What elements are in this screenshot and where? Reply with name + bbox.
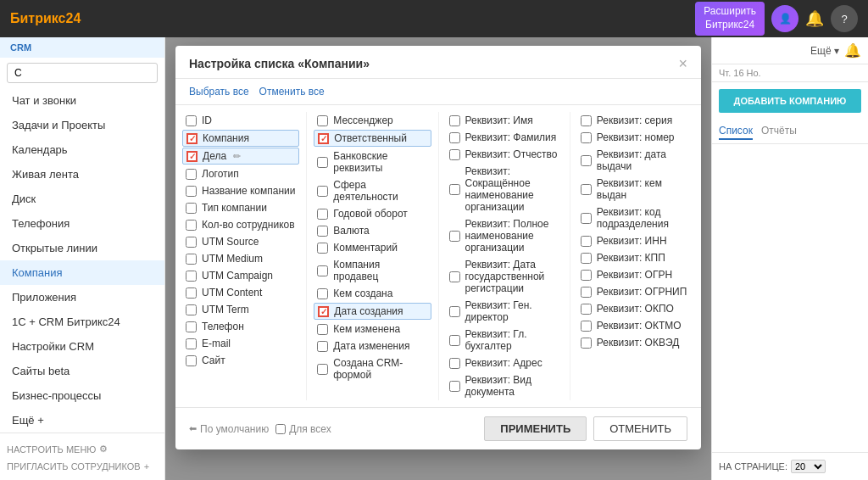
checked-icon	[186, 133, 198, 144]
per-page-select[interactable]: 20 50 100	[791, 460, 826, 473]
settings-modal: Настройка списка «Компании» × Выбрать вс…	[175, 46, 701, 449]
logo: Битрикс24	[10, 11, 81, 26]
column-1: ID Компания Дела ✏ Логотип Название комп…	[175, 112, 307, 400]
list-item[interactable]: Сфера деятельности	[317, 176, 427, 205]
modal-title: Настройка списка «Компании»	[189, 57, 370, 70]
sidebar-item-more[interactable]: Ещё +	[0, 408, 164, 433]
list-item[interactable]: Реквизит: серия	[581, 112, 691, 129]
search-input[interactable]	[7, 63, 158, 83]
list-item[interactable]: UTM Term	[186, 301, 296, 318]
footer-left: ⬅ По умолчанию Для всех	[189, 423, 331, 435]
list-item[interactable]: Компания продавец	[317, 256, 427, 285]
list-item[interactable]: Реквизит: Дата государственной регистрац…	[449, 256, 559, 297]
notification-icon[interactable]: 🔔	[844, 42, 861, 59]
cancel-button[interactable]: ОТМЕНИТЬ	[593, 416, 687, 441]
list-item-responsible[interactable]: Ответственный	[314, 130, 431, 147]
column-2: Мессенджер Ответственный Банковские рекв…	[307, 112, 438, 400]
sidebar-item-telephony[interactable]: Телефония	[0, 211, 164, 236]
sidebar-item-crmset[interactable]: Настройки CRM	[0, 334, 164, 359]
modal-header: Настройка списка «Компании» ×	[175, 46, 701, 79]
modal-close-button[interactable]: ×	[678, 56, 687, 71]
list-item[interactable]: Телефон	[186, 318, 296, 335]
tab-list[interactable]: Список	[719, 123, 753, 140]
sidebar-item-calendar[interactable]: Календарь	[0, 137, 164, 162]
list-item-datecreated[interactable]: Дата создания	[314, 303, 431, 320]
list-item[interactable]: UTM Content	[186, 284, 296, 301]
per-page-label: НА СТРАНИЦЕ:	[719, 461, 787, 472]
list-item[interactable]: Реквизит: Ген. директор	[449, 297, 559, 326]
list-item[interactable]: Название компании	[186, 182, 296, 199]
sidebar-item-openlines[interactable]: Открытые линии	[0, 236, 164, 260]
list-item[interactable]: Кем создана	[317, 285, 427, 302]
sidebar-item-feed[interactable]: Живая лента	[0, 162, 164, 187]
sidebar-item-apps[interactable]: Приложения	[0, 285, 164, 310]
add-company-button[interactable]: ДОБАВИТЬ КОМПАНИЮ	[719, 89, 861, 113]
list-item[interactable]: Комментарий	[317, 239, 427, 256]
list-item[interactable]: Реквизит: КПП	[581, 249, 691, 266]
edit-icon[interactable]: ✏	[233, 151, 241, 162]
list-item[interactable]: Реквизит: Адрес	[449, 354, 559, 371]
invite-staff-btn[interactable]: ПРИГЛАСИТЬ СОТРУДНИКОВ +	[7, 458, 158, 475]
expand-button[interactable]: Расширить Битрикс24	[695, 2, 765, 35]
topbar-right: Расширить Битрикс24 👤 🔔 ?	[695, 2, 858, 35]
notification-bell-icon[interactable]: 🔔	[805, 9, 824, 28]
for-all-checkbox[interactable]	[275, 424, 286, 434]
list-item[interactable]: Тип компании	[186, 199, 296, 216]
list-item[interactable]: Реквизит: Полное наименование организаци…	[449, 215, 559, 256]
list-item[interactable]: Банковские реквизиты	[317, 148, 427, 176]
list-item-company[interactable]: Компания	[182, 130, 299, 147]
question-icon[interactable]: ?	[831, 5, 858, 32]
list-item[interactable]: Реквизит: Сокращённое наименование орган…	[449, 163, 559, 215]
list-item[interactable]: Реквизит: кем выдан	[581, 175, 691, 204]
list-item[interactable]: Сайт	[186, 352, 296, 369]
list-item[interactable]: Кол-во сотрудников	[186, 216, 296, 233]
sidebar-item-chat[interactable]: Чат и звонки	[0, 88, 164, 113]
topbar: Битрикс24 Расширить Битрикс24 👤 🔔 ?	[0, 0, 868, 37]
list-item[interactable]: ID	[186, 112, 296, 129]
sidebar: CRM Чат и звонки Задачи и Проекты Календ…	[0, 37, 165, 480]
user-name-label: Ещё ▾	[810, 45, 839, 57]
list-item[interactable]: Создана CRM-формой	[317, 354, 427, 383]
list-item[interactable]: Реквизит: Вид документа	[449, 371, 559, 400]
list-item[interactable]: Реквизит: ОКТМО	[581, 317, 691, 334]
list-item[interactable]: Реквизит: ОГРНИП	[581, 283, 691, 300]
list-item[interactable]: Дата изменения	[317, 338, 427, 354]
list-item[interactable]: Реквизит: ИНН	[581, 232, 691, 249]
list-item[interactable]: Реквизит: Фамилия	[449, 129, 559, 146]
sidebar-item-disk[interactable]: Диск	[0, 187, 164, 211]
sidebar-item-tasks[interactable]: Задачи и Проекты	[0, 113, 164, 137]
list-item[interactable]: Реквизит: ОКВЭД	[581, 334, 691, 351]
list-item[interactable]: Валюта	[317, 222, 427, 239]
footer-buttons: ПРИМЕНИТЬ ОТМЕНИТЬ	[484, 416, 687, 441]
tab-reports[interactable]: Отчёты	[761, 123, 797, 140]
list-item[interactable]: UTM Medium	[186, 250, 296, 267]
user-avatar[interactable]: 👤	[771, 5, 798, 32]
list-item[interactable]: Реквизит: ОГРН	[581, 266, 691, 283]
modal-footer: ⬅ По умолчанию Для всех ПРИМЕНИТЬ ОТМЕНИ…	[175, 407, 701, 449]
list-item[interactable]: Реквизит: дата выдачи	[581, 146, 691, 175]
checked-icon	[318, 306, 329, 317]
list-item[interactable]: Реквизит: номер	[581, 129, 691, 146]
list-item[interactable]: Реквизит: ОКПО	[581, 300, 691, 317]
sidebar-item-company[interactable]: Компания	[0, 260, 164, 285]
sidebar-item-sites[interactable]: Сайты beta	[0, 359, 164, 383]
list-item[interactable]: Годовой оборот	[317, 205, 427, 222]
list-item[interactable]: E-mail	[186, 335, 296, 352]
list-item-deals[interactable]: Дела ✏	[182, 148, 299, 165]
list-item[interactable]: Кем изменена	[317, 321, 427, 338]
list-item[interactable]: Реквизит: код подразделения	[581, 204, 691, 232]
configure-menu-btn[interactable]: НАСТРОИТЬ МЕНЮ ⚙	[7, 440, 158, 458]
deselect-all-button[interactable]: Отменить все	[259, 84, 325, 99]
list-item[interactable]: Реквизит: Гл. бухгалтер	[449, 326, 559, 354]
list-item[interactable]: Мессенджер	[317, 112, 427, 129]
list-item[interactable]: Реквизит: Имя	[449, 112, 559, 129]
list-item[interactable]: Логотип	[186, 165, 296, 182]
list-item[interactable]: UTM Campaign	[186, 267, 296, 284]
sidebar-item-crm1c[interactable]: 1С + CRM Битрикс24	[0, 310, 164, 334]
select-all-button[interactable]: Выбрать все	[189, 84, 249, 99]
default-option: ⬅ По умолчанию	[189, 423, 269, 435]
list-item[interactable]: Реквизит: Отчество	[449, 146, 559, 163]
apply-button[interactable]: ПРИМЕНИТЬ	[484, 416, 587, 441]
sidebar-item-bizproc[interactable]: Бизнес-процессы	[0, 383, 164, 408]
list-item[interactable]: UTM Source	[186, 233, 296, 250]
